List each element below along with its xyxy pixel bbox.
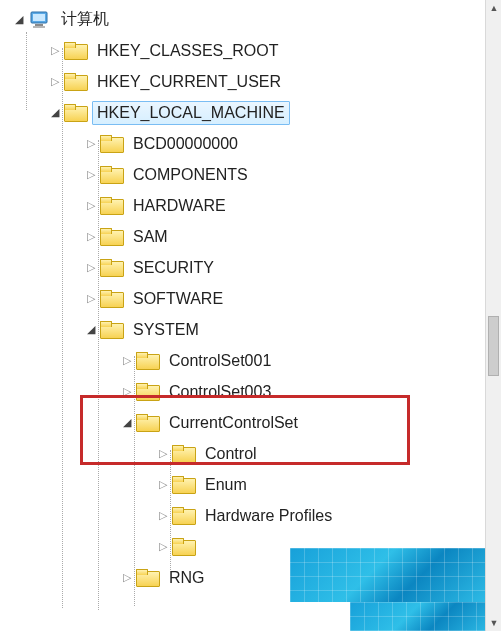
folder-icon [100,259,122,277]
folder-icon [100,166,122,184]
scroll-track[interactable] [486,16,501,615]
tree-label: HKEY_CURRENT_USER [92,70,286,94]
svg-rect-2 [35,24,43,26]
tree-node-currentcontrolset[interactable]: ◢ CurrentControlSet [0,407,485,438]
tree-label: ControlSet001 [164,349,276,373]
tree-node-controlset003[interactable]: ▷ ControlSet003 [0,376,485,407]
folder-icon [64,73,86,91]
tree-label: HKEY_CLASSES_ROOT [92,39,283,63]
tree-label: Control [200,442,262,466]
expand-icon[interactable]: ▷ [120,354,134,368]
expand-icon[interactable]: ▷ [84,137,98,151]
tree-label: SYSTEM [128,318,204,342]
expand-icon[interactable]: ▷ [48,44,62,58]
tree-node-security[interactable]: ▷ SECURITY [0,252,485,283]
expand-icon[interactable]: ▷ [156,540,170,554]
tree-node-hklm[interactable]: ◢ HKEY_LOCAL_MACHINE [0,97,485,128]
tree-node-hkcu[interactable]: ▷ HKEY_CURRENT_USER [0,66,485,97]
folder-icon [100,290,122,308]
tree-label: COMPONENTS [128,163,253,187]
censored-region [350,602,485,631]
folder-icon [136,383,158,401]
expand-icon[interactable]: ▷ [84,292,98,306]
folder-icon [136,414,158,432]
folder-icon [136,352,158,370]
folder-icon [172,476,194,494]
folder-icon [172,507,194,525]
expand-icon[interactable]: ▷ [120,385,134,399]
expand-icon[interactable]: ▷ [48,75,62,89]
tree-guide [26,32,27,110]
expand-icon[interactable]: ▷ [120,571,134,585]
collapse-icon[interactable]: ◢ [120,416,134,430]
folder-icon [64,104,86,122]
expand-icon[interactable]: ▷ [84,261,98,275]
censored-region [290,548,485,602]
expand-icon[interactable]: ▷ [156,509,170,523]
tree-node-computer[interactable]: ◢ 计算机 [0,4,485,35]
tree-label: CurrentControlSet [164,411,303,435]
tree-guide [98,140,99,610]
expand-icon[interactable]: ▷ [84,230,98,244]
folder-icon [172,445,194,463]
tree-node-bcd[interactable]: ▷ BCD00000000 [0,128,485,159]
tree-label: Hardware Profiles [200,504,337,528]
scroll-up-button[interactable]: ▲ [486,0,501,16]
tree-label: BCD00000000 [128,132,243,156]
tree-node-components[interactable]: ▷ COMPONENTS [0,159,485,190]
tree-label: SECURITY [128,256,219,280]
tree-label [200,544,210,550]
folder-icon [100,135,122,153]
expand-icon[interactable]: ▷ [84,199,98,213]
tree-node-control[interactable]: ▷ Control [0,438,485,469]
tree-guide [62,48,63,608]
tree-guide [134,356,135,606]
tree-label: 计算机 [56,6,114,33]
tree-label: HKEY_LOCAL_MACHINE [92,101,290,125]
svg-rect-1 [33,14,45,21]
svg-rect-3 [33,26,45,28]
registry-tree: ◢ 计算机 ▷ HKEY_CLASSES_ROOT ▷ HKEY_CURRENT… [0,0,485,631]
tree-label: Enum [200,473,252,497]
computer-icon [28,11,50,29]
folder-icon [64,42,86,60]
tree-node-software[interactable]: ▷ SOFTWARE [0,283,485,314]
tree-node-hardware-profiles[interactable]: ▷ Hardware Profiles [0,500,485,531]
scroll-down-button[interactable]: ▼ [486,615,501,631]
collapse-icon[interactable]: ◢ [84,323,98,337]
expand-icon[interactable]: ▷ [84,168,98,182]
folder-icon [172,538,194,556]
tree-label: SAM [128,225,173,249]
tree-guide [170,450,171,570]
tree-node-hardware[interactable]: ▷ HARDWARE [0,190,485,221]
tree-node-controlset001[interactable]: ▷ ControlSet001 [0,345,485,376]
folder-icon [100,228,122,246]
scroll-thumb[interactable] [488,316,499,376]
expand-icon[interactable]: ▷ [156,447,170,461]
collapse-icon[interactable]: ◢ [12,13,26,27]
expand-icon[interactable]: ▷ [156,478,170,492]
folder-icon [100,321,122,339]
tree-label: ControlSet003 [164,380,276,404]
tree-node-hkcr[interactable]: ▷ HKEY_CLASSES_ROOT [0,35,485,66]
collapse-icon[interactable]: ◢ [48,106,62,120]
tree-label: SOFTWARE [128,287,228,311]
tree-node-enum[interactable]: ▷ Enum [0,469,485,500]
tree-node-sam[interactable]: ▷ SAM [0,221,485,252]
vertical-scrollbar[interactable]: ▲ ▼ [485,0,501,631]
tree-node-system[interactable]: ◢ SYSTEM [0,314,485,345]
tree-label: HARDWARE [128,194,231,218]
folder-icon [136,569,158,587]
folder-icon [100,197,122,215]
